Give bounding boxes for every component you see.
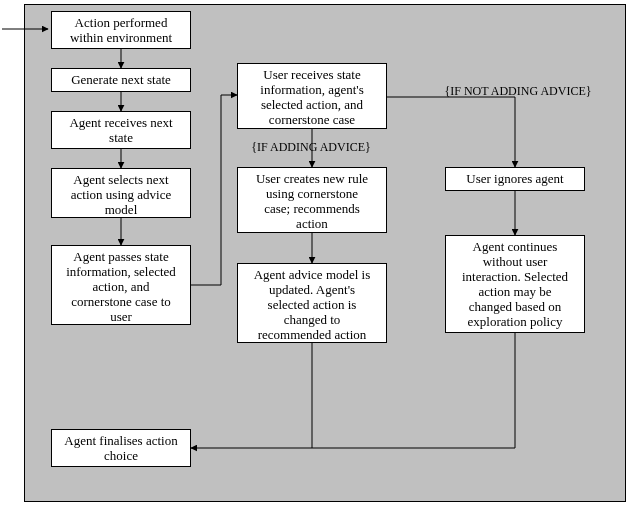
entry-arrow bbox=[0, 16, 30, 46]
diagram-panel: Action performedwithin environment Gener… bbox=[24, 4, 626, 502]
flow-arrows bbox=[25, 5, 625, 501]
